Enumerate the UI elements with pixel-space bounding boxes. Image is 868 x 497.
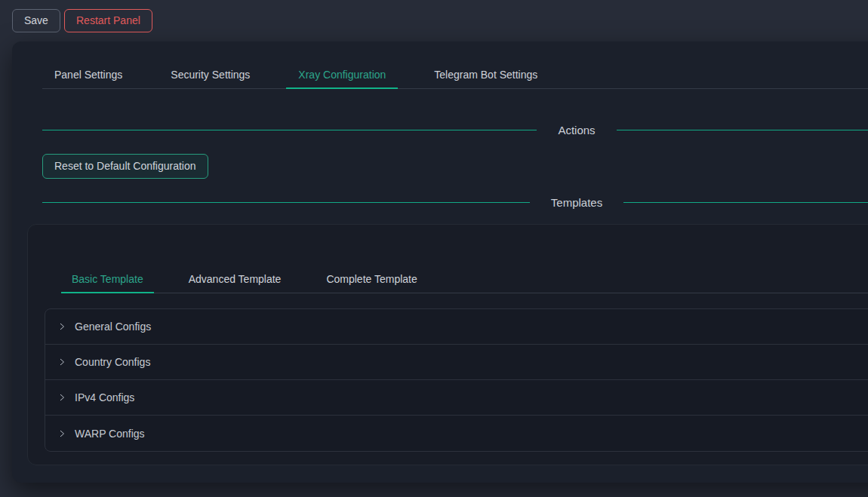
- collapse-general-configs[interactable]: General Configs: [45, 309, 868, 345]
- settings-card: Panel Settings Security Settings Xray Co…: [12, 41, 868, 483]
- configs-collapse: General Configs Country Configs IPv4 Con…: [45, 308, 868, 452]
- templates-divider-label: Templates: [530, 196, 623, 209]
- tab-xray-configuration[interactable]: Xray Configuration: [286, 60, 398, 89]
- divider-line: [617, 130, 868, 130]
- tab-security-settings[interactable]: Security Settings: [159, 60, 262, 89]
- actions-divider: Actions: [42, 121, 868, 139]
- actions-divider-label: Actions: [537, 124, 616, 137]
- save-button[interactable]: Save: [12, 9, 60, 32]
- tab-telegram-bot-settings[interactable]: Telegram Bot Settings: [422, 60, 549, 89]
- collapse-label: Country Configs: [75, 356, 150, 368]
- collapse-warp-configs[interactable]: WARP Configs: [45, 416, 868, 451]
- divider-line: [623, 202, 868, 203]
- templates-card: Basic Template Advanced Template Complet…: [27, 224, 868, 465]
- chevron-right-icon[interactable]: [57, 393, 66, 402]
- templates-tabbar: Basic Template Advanced Template Complet…: [61, 265, 868, 293]
- tab-complete-template[interactable]: Complete Template: [315, 265, 427, 293]
- collapse-country-configs[interactable]: Country Configs: [45, 345, 868, 380]
- restart-panel-button[interactable]: Restart Panel: [64, 9, 152, 32]
- collapse-ipv4-configs[interactable]: IPv4 Configs: [45, 380, 868, 416]
- chevron-right-icon[interactable]: [57, 322, 66, 331]
- topbar: Save Restart Panel: [0, 0, 868, 41]
- settings-tabbar: Panel Settings Security Settings Xray Co…: [42, 60, 868, 89]
- divider-line: [42, 202, 530, 203]
- tab-panel-settings[interactable]: Panel Settings: [42, 60, 134, 89]
- templates-divider: Templates: [42, 193, 868, 211]
- chevron-right-icon[interactable]: [57, 357, 66, 367]
- tab-basic-template[interactable]: Basic Template: [61, 265, 154, 293]
- collapse-label: WARP Configs: [75, 428, 145, 440]
- tab-advanced-template[interactable]: Advanced Template: [178, 265, 292, 293]
- collapse-label: IPv4 Configs: [75, 391, 134, 403]
- collapse-label: General Configs: [75, 321, 151, 333]
- reset-default-configuration-button[interactable]: Reset to Default Configuration: [42, 154, 208, 179]
- chevron-right-icon[interactable]: [57, 429, 66, 438]
- divider-line: [42, 130, 537, 130]
